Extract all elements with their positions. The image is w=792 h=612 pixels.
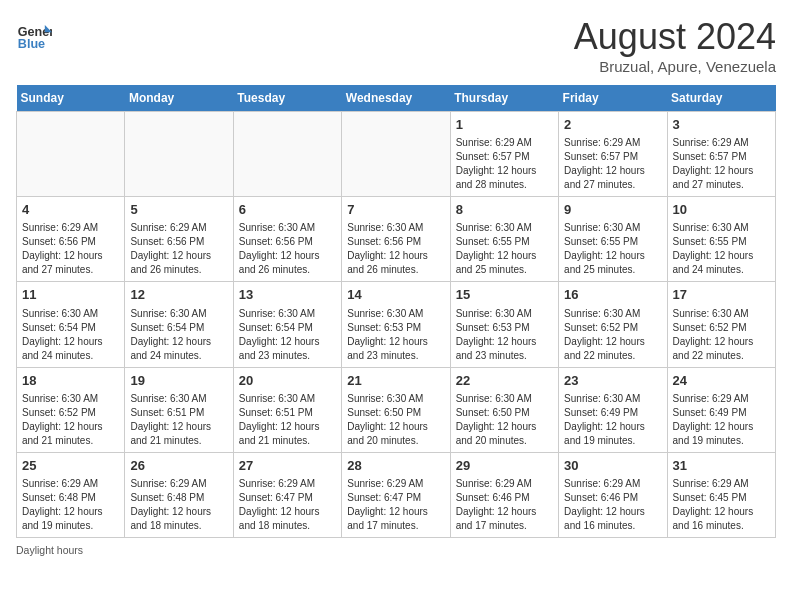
week-row-0: 1Sunrise: 6:29 AM Sunset: 6:57 PM Daylig… xyxy=(17,112,776,197)
day-cell: 11Sunrise: 6:30 AM Sunset: 6:54 PM Dayli… xyxy=(17,282,125,367)
day-cell: 2Sunrise: 6:29 AM Sunset: 6:57 PM Daylig… xyxy=(559,112,667,197)
day-cell xyxy=(233,112,341,197)
day-number: 7 xyxy=(347,201,444,219)
calendar-body: 1Sunrise: 6:29 AM Sunset: 6:57 PM Daylig… xyxy=(17,112,776,538)
day-cell: 22Sunrise: 6:30 AM Sunset: 6:50 PM Dayli… xyxy=(450,367,558,452)
day-info: Sunrise: 6:30 AM Sunset: 6:52 PM Dayligh… xyxy=(564,307,661,363)
day-cell: 14Sunrise: 6:30 AM Sunset: 6:53 PM Dayli… xyxy=(342,282,450,367)
day-number: 9 xyxy=(564,201,661,219)
day-cell: 16Sunrise: 6:30 AM Sunset: 6:52 PM Dayli… xyxy=(559,282,667,367)
day-cell: 10Sunrise: 6:30 AM Sunset: 6:55 PM Dayli… xyxy=(667,197,775,282)
day-info: Sunrise: 6:29 AM Sunset: 6:56 PM Dayligh… xyxy=(22,221,119,277)
day-cell xyxy=(125,112,233,197)
day-cell: 6Sunrise: 6:30 AM Sunset: 6:56 PM Daylig… xyxy=(233,197,341,282)
month-title: August 2024 xyxy=(574,16,776,58)
day-number: 13 xyxy=(239,286,336,304)
header-row: SundayMondayTuesdayWednesdayThursdayFrid… xyxy=(17,85,776,112)
day-cell: 17Sunrise: 6:30 AM Sunset: 6:52 PM Dayli… xyxy=(667,282,775,367)
logo-icon: General Blue xyxy=(16,16,52,52)
calendar-header: SundayMondayTuesdayWednesdayThursdayFrid… xyxy=(17,85,776,112)
col-friday: Friday xyxy=(559,85,667,112)
day-info: Sunrise: 6:30 AM Sunset: 6:51 PM Dayligh… xyxy=(130,392,227,448)
logo: General Blue xyxy=(16,16,52,52)
day-number: 8 xyxy=(456,201,553,219)
day-cell: 20Sunrise: 6:30 AM Sunset: 6:51 PM Dayli… xyxy=(233,367,341,452)
day-number: 15 xyxy=(456,286,553,304)
day-info: Sunrise: 6:30 AM Sunset: 6:56 PM Dayligh… xyxy=(239,221,336,277)
day-number: 19 xyxy=(130,372,227,390)
day-number: 6 xyxy=(239,201,336,219)
day-number: 31 xyxy=(673,457,770,475)
day-cell: 26Sunrise: 6:29 AM Sunset: 6:48 PM Dayli… xyxy=(125,452,233,537)
footer-note: Daylight hours xyxy=(16,544,776,556)
day-number: 24 xyxy=(673,372,770,390)
day-info: Sunrise: 6:29 AM Sunset: 6:57 PM Dayligh… xyxy=(673,136,770,192)
day-cell: 9Sunrise: 6:30 AM Sunset: 6:55 PM Daylig… xyxy=(559,197,667,282)
day-number: 29 xyxy=(456,457,553,475)
day-cell: 24Sunrise: 6:29 AM Sunset: 6:49 PM Dayli… xyxy=(667,367,775,452)
day-cell: 7Sunrise: 6:30 AM Sunset: 6:56 PM Daylig… xyxy=(342,197,450,282)
day-cell: 13Sunrise: 6:30 AM Sunset: 6:54 PM Dayli… xyxy=(233,282,341,367)
day-cell xyxy=(342,112,450,197)
day-number: 26 xyxy=(130,457,227,475)
day-cell: 12Sunrise: 6:30 AM Sunset: 6:54 PM Dayli… xyxy=(125,282,233,367)
col-monday: Monday xyxy=(125,85,233,112)
day-number: 27 xyxy=(239,457,336,475)
week-row-2: 11Sunrise: 6:30 AM Sunset: 6:54 PM Dayli… xyxy=(17,282,776,367)
day-cell: 21Sunrise: 6:30 AM Sunset: 6:50 PM Dayli… xyxy=(342,367,450,452)
day-info: Sunrise: 6:30 AM Sunset: 6:53 PM Dayligh… xyxy=(456,307,553,363)
day-number: 22 xyxy=(456,372,553,390)
day-info: Sunrise: 6:30 AM Sunset: 6:49 PM Dayligh… xyxy=(564,392,661,448)
day-number: 17 xyxy=(673,286,770,304)
day-number: 3 xyxy=(673,116,770,134)
day-number: 10 xyxy=(673,201,770,219)
col-wednesday: Wednesday xyxy=(342,85,450,112)
day-cell: 4Sunrise: 6:29 AM Sunset: 6:56 PM Daylig… xyxy=(17,197,125,282)
day-info: Sunrise: 6:30 AM Sunset: 6:56 PM Dayligh… xyxy=(347,221,444,277)
day-info: Sunrise: 6:30 AM Sunset: 6:52 PM Dayligh… xyxy=(673,307,770,363)
day-info: Sunrise: 6:30 AM Sunset: 6:53 PM Dayligh… xyxy=(347,307,444,363)
day-info: Sunrise: 6:29 AM Sunset: 6:47 PM Dayligh… xyxy=(239,477,336,533)
day-number: 14 xyxy=(347,286,444,304)
day-cell: 18Sunrise: 6:30 AM Sunset: 6:52 PM Dayli… xyxy=(17,367,125,452)
day-cell: 8Sunrise: 6:30 AM Sunset: 6:55 PM Daylig… xyxy=(450,197,558,282)
day-cell: 5Sunrise: 6:29 AM Sunset: 6:56 PM Daylig… xyxy=(125,197,233,282)
calendar-table: SundayMondayTuesdayWednesdayThursdayFrid… xyxy=(16,85,776,538)
day-info: Sunrise: 6:30 AM Sunset: 6:55 PM Dayligh… xyxy=(673,221,770,277)
day-number: 1 xyxy=(456,116,553,134)
day-number: 28 xyxy=(347,457,444,475)
day-info: Sunrise: 6:30 AM Sunset: 6:52 PM Dayligh… xyxy=(22,392,119,448)
day-cell: 25Sunrise: 6:29 AM Sunset: 6:48 PM Dayli… xyxy=(17,452,125,537)
day-info: Sunrise: 6:30 AM Sunset: 6:54 PM Dayligh… xyxy=(239,307,336,363)
day-info: Sunrise: 6:30 AM Sunset: 6:50 PM Dayligh… xyxy=(456,392,553,448)
day-info: Sunrise: 6:29 AM Sunset: 6:46 PM Dayligh… xyxy=(564,477,661,533)
day-number: 4 xyxy=(22,201,119,219)
day-info: Sunrise: 6:29 AM Sunset: 6:47 PM Dayligh… xyxy=(347,477,444,533)
day-info: Sunrise: 6:29 AM Sunset: 6:56 PM Dayligh… xyxy=(130,221,227,277)
day-info: Sunrise: 6:30 AM Sunset: 6:54 PM Dayligh… xyxy=(130,307,227,363)
header: General Blue August 2024 Bruzual, Apure,… xyxy=(16,16,776,75)
week-row-4: 25Sunrise: 6:29 AM Sunset: 6:48 PM Dayli… xyxy=(17,452,776,537)
day-cell: 29Sunrise: 6:29 AM Sunset: 6:46 PM Dayli… xyxy=(450,452,558,537)
day-number: 23 xyxy=(564,372,661,390)
week-row-3: 18Sunrise: 6:30 AM Sunset: 6:52 PM Dayli… xyxy=(17,367,776,452)
day-number: 18 xyxy=(22,372,119,390)
day-number: 20 xyxy=(239,372,336,390)
col-tuesday: Tuesday xyxy=(233,85,341,112)
day-info: Sunrise: 6:29 AM Sunset: 6:48 PM Dayligh… xyxy=(130,477,227,533)
day-cell: 15Sunrise: 6:30 AM Sunset: 6:53 PM Dayli… xyxy=(450,282,558,367)
svg-text:Blue: Blue xyxy=(18,37,45,51)
day-number: 11 xyxy=(22,286,119,304)
col-thursday: Thursday xyxy=(450,85,558,112)
day-number: 21 xyxy=(347,372,444,390)
day-number: 2 xyxy=(564,116,661,134)
day-info: Sunrise: 6:30 AM Sunset: 6:55 PM Dayligh… xyxy=(564,221,661,277)
day-info: Sunrise: 6:29 AM Sunset: 6:48 PM Dayligh… xyxy=(22,477,119,533)
day-cell: 1Sunrise: 6:29 AM Sunset: 6:57 PM Daylig… xyxy=(450,112,558,197)
day-cell: 30Sunrise: 6:29 AM Sunset: 6:46 PM Dayli… xyxy=(559,452,667,537)
day-cell: 3Sunrise: 6:29 AM Sunset: 6:57 PM Daylig… xyxy=(667,112,775,197)
title-area: August 2024 Bruzual, Apure, Venezuela xyxy=(574,16,776,75)
day-info: Sunrise: 6:30 AM Sunset: 6:55 PM Dayligh… xyxy=(456,221,553,277)
day-info: Sunrise: 6:30 AM Sunset: 6:50 PM Dayligh… xyxy=(347,392,444,448)
day-info: Sunrise: 6:29 AM Sunset: 6:57 PM Dayligh… xyxy=(564,136,661,192)
